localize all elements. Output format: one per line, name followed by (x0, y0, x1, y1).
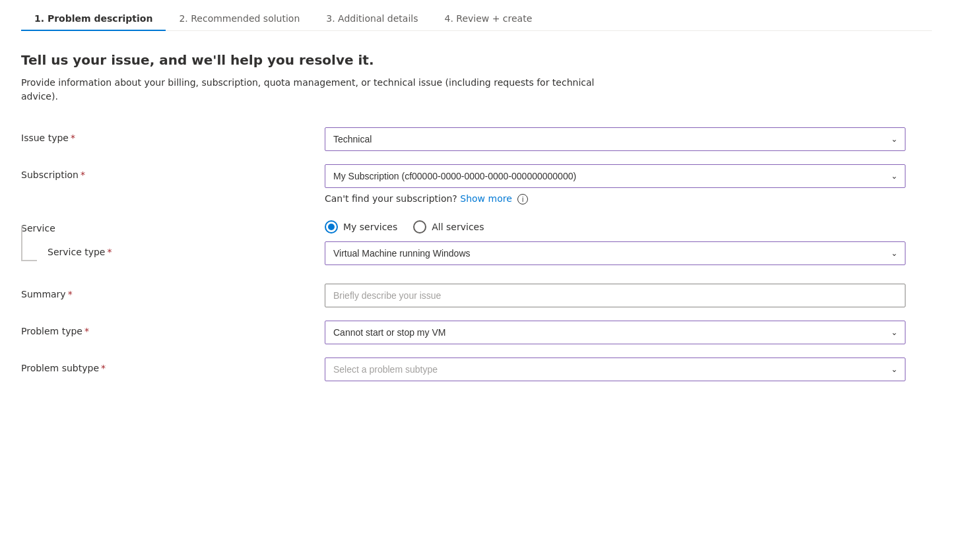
problem-type-select-wrapper: Cannot start or stop my VM ⌄ (325, 321, 905, 344)
service-type-select-wrapper: Virtual Machine running Windows ⌄ (325, 241, 905, 265)
service-type-select[interactable]: Virtual Machine running Windows (325, 241, 905, 265)
service-type-required: * (107, 247, 112, 257)
summary-input[interactable] (325, 284, 905, 307)
problem-type-required: * (84, 326, 89, 336)
subscription-row: Subscription* My Subscription (cf00000-0… (21, 164, 932, 204)
problem-subtype-row: Problem subtype* Select a problem subtyp… (21, 358, 932, 381)
problem-type-select[interactable]: Cannot start or stop my VM (325, 321, 905, 344)
service-control: My services All services (325, 218, 905, 233)
issue-type-control: Technical ⌄ (325, 127, 905, 151)
service-type-row: Service type* Virtual Machine running Wi… (21, 241, 932, 270)
subscription-hint: Can't find your subscription? Show more … (325, 193, 905, 204)
problem-subtype-control: Select a problem subtype ⌄ (325, 358, 905, 381)
step-2[interactable]: 2. Recommended solution (166, 5, 313, 30)
my-services-radio-circle[interactable] (325, 220, 338, 233)
my-services-label: My services (343, 222, 397, 232)
summary-label-col: Summary* (21, 284, 325, 299)
subscription-select-wrapper: My Subscription (cf00000-0000-0000-0000-… (325, 164, 905, 188)
service-label: Service (21, 223, 55, 233)
service-row: Service My services All services (21, 218, 932, 233)
problem-subtype-label-col: Problem subtype* (21, 358, 325, 373)
summary-row: Summary* (21, 284, 932, 307)
step-3[interactable]: 3. Additional details (313, 5, 431, 30)
issue-type-select-wrapper: Technical ⌄ (325, 127, 905, 151)
all-services-label: All services (432, 222, 484, 232)
problem-subtype-label: Problem subtype (21, 363, 99, 373)
info-icon[interactable]: i (517, 194, 528, 204)
issue-type-label-col: Issue type* (21, 127, 325, 143)
problem-type-label-col: Problem type* (21, 321, 325, 336)
service-type-control: Virtual Machine running Windows ⌄ (325, 241, 905, 265)
step-1[interactable]: 1. Problem description (21, 5, 166, 30)
problem-type-label: Problem type (21, 326, 82, 336)
form-section: Issue type* Technical ⌄ Subscription* My (21, 127, 932, 394)
subscription-label-col: Subscription* (21, 164, 325, 180)
page-container: 1. Problem description 2. Recommended so… (0, 0, 953, 560)
problem-subtype-select[interactable]: Select a problem subtype (325, 358, 905, 381)
page-description: Provide information about your billing, … (21, 76, 615, 104)
step-4[interactable]: 4. Review + create (431, 5, 545, 30)
service-type-label: Service type* (48, 241, 112, 257)
problem-type-row: Problem type* Cannot start or stop my VM… (21, 321, 932, 344)
issue-type-select[interactable]: Technical (325, 127, 905, 151)
summary-label: Summary (21, 289, 66, 299)
subscription-label: Subscription (21, 170, 79, 180)
all-services-radio-circle[interactable] (413, 220, 426, 233)
subscription-select[interactable]: My Subscription (cf00000-0000-0000-0000-… (325, 164, 905, 188)
problem-subtype-select-wrapper: Select a problem subtype ⌄ (325, 358, 905, 381)
summary-control (325, 284, 905, 307)
service-label-col: Service (21, 218, 325, 233)
problem-subtype-required: * (101, 363, 106, 373)
issue-type-label: Issue type (21, 133, 69, 143)
page-heading: Tell us your issue, and we'll help you r… (21, 52, 932, 68)
service-radio-group: My services All services (325, 218, 905, 233)
show-more-link[interactable]: Show more (460, 193, 512, 204)
issue-type-required: * (71, 133, 75, 143)
all-services-option[interactable]: All services (413, 220, 484, 233)
problem-type-control: Cannot start or stop my VM ⌄ (325, 321, 905, 344)
issue-type-row: Issue type* Technical ⌄ (21, 127, 932, 151)
my-services-option[interactable]: My services (325, 220, 397, 233)
subscription-required: * (81, 170, 85, 180)
subscription-hint-text: Can't find your subscription? (325, 193, 457, 204)
summary-required: * (68, 289, 73, 299)
service-type-label-col: Service type* (21, 241, 325, 270)
subscription-control: My Subscription (cf00000-0000-0000-0000-… (325, 164, 905, 204)
steps-bar: 1. Problem description 2. Recommended so… (21, 0, 932, 31)
